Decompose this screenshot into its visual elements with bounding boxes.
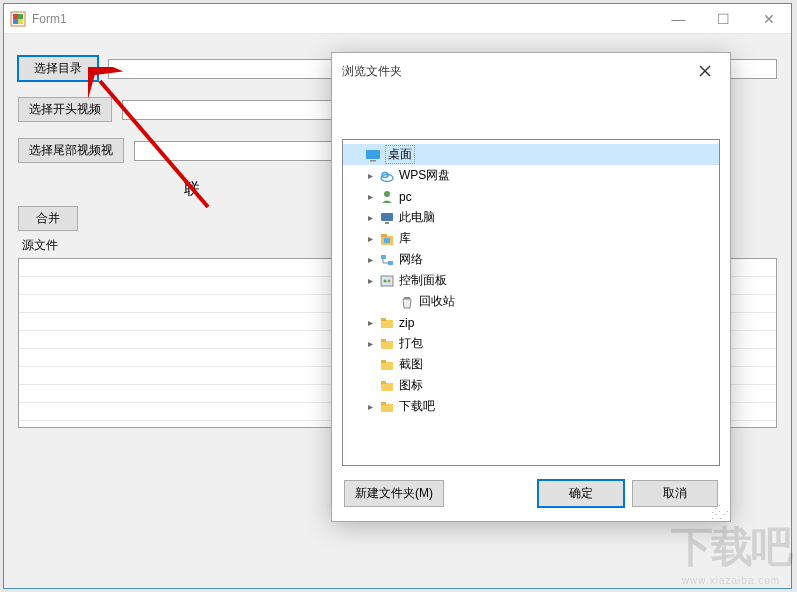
tree-item[interactable]: ▸WPS网盘 <box>343 165 719 186</box>
tree-expander-icon[interactable]: ▸ <box>363 275 377 286</box>
tree-item[interactable]: 桌面 <box>343 144 719 165</box>
head-video-input[interactable] <box>122 100 342 120</box>
svg-rect-18 <box>381 255 386 259</box>
merge-button[interactable]: 合并 <box>18 206 78 231</box>
tree-item[interactable]: 回收站 <box>343 291 719 312</box>
svg-rect-4 <box>18 19 23 24</box>
desktop-icon <box>365 147 381 163</box>
folder-tree[interactable]: 桌面▸WPS网盘▸pc▸此电脑▸库▸网络▸控制面板回收站▸zip▸打包截图图标▸… <box>342 139 720 466</box>
tree-item[interactable]: ▸打包 <box>343 333 719 354</box>
tree-item[interactable]: ▸此电脑 <box>343 207 719 228</box>
cancel-button[interactable]: 取消 <box>632 480 718 507</box>
tree-item-label: 此电脑 <box>399 209 435 226</box>
svg-rect-3 <box>13 19 18 24</box>
tree-expander-icon[interactable]: ▸ <box>363 233 377 244</box>
tree-item-label: 网络 <box>399 251 423 268</box>
svg-rect-34 <box>381 404 393 412</box>
svg-rect-26 <box>381 320 393 328</box>
titlebar: Form1 — ☐ ✕ <box>4 4 791 34</box>
svg-rect-22 <box>381 276 393 286</box>
watermark-text: 下载吧 <box>671 519 791 575</box>
tree-item-label: 桌面 <box>385 145 415 164</box>
tree-item-label: 下载吧 <box>399 398 435 415</box>
svg-rect-31 <box>381 360 386 363</box>
tree-item-label: 打包 <box>399 335 423 352</box>
tree-expander-icon[interactable]: ▸ <box>363 401 377 412</box>
svg-rect-30 <box>381 362 393 370</box>
tree-item-label: 图标 <box>399 377 423 394</box>
svg-rect-28 <box>381 341 393 349</box>
tree-item-label: zip <box>399 316 414 330</box>
tree-item[interactable]: ▸下载吧 <box>343 396 719 417</box>
tree-item[interactable]: ▸网络 <box>343 249 719 270</box>
svg-point-12 <box>384 191 390 197</box>
tree-expander-icon[interactable]: ▸ <box>363 212 377 223</box>
cloud-icon <box>379 168 395 184</box>
browse-folder-dialog: 浏览文件夹 桌面▸WPS网盘▸pc▸此电脑▸库▸网络▸控制面板回收站▸zip▸打… <box>331 52 731 522</box>
tree-item[interactable]: ▸控制面板 <box>343 270 719 291</box>
recycle-icon <box>399 294 415 310</box>
select-tail-video-button[interactable]: 选择尾部视频视 <box>18 138 124 163</box>
select-head-video-button[interactable]: 选择开头视频 <box>18 97 112 122</box>
tail-video-input[interactable] <box>134 141 354 161</box>
tree-item-label: pc <box>399 190 412 204</box>
user-icon <box>379 189 395 205</box>
tree-expander-icon[interactable]: ▸ <box>363 191 377 202</box>
tree-expander-icon[interactable]: ▸ <box>363 254 377 265</box>
folder-icon <box>379 336 395 352</box>
contact-prefix: 联 <box>184 180 200 197</box>
svg-rect-32 <box>381 383 393 391</box>
folder-icon <box>379 315 395 331</box>
resize-grip-icon[interactable]: ⋰⋰⋰ <box>711 506 727 518</box>
svg-rect-29 <box>381 339 386 342</box>
pc-icon <box>379 210 395 226</box>
tree-item[interactable]: 图标 <box>343 375 719 396</box>
svg-rect-16 <box>381 234 387 237</box>
svg-rect-2 <box>18 14 23 19</box>
dialog-prompt <box>332 89 730 139</box>
svg-rect-13 <box>381 213 393 221</box>
tree-item[interactable]: ▸pc <box>343 186 719 207</box>
tree-item-label: 库 <box>399 230 411 247</box>
folder-icon <box>379 399 395 415</box>
svg-rect-1 <box>13 14 18 19</box>
dialog-button-row: 新建文件夹(M) 确定 取消 <box>332 466 730 521</box>
minimize-button[interactable]: — <box>656 4 701 34</box>
svg-rect-17 <box>384 238 390 243</box>
tree-item[interactable]: 截图 <box>343 354 719 375</box>
svg-rect-33 <box>381 381 386 384</box>
svg-rect-9 <box>370 160 376 162</box>
svg-point-23 <box>384 279 387 282</box>
dialog-titlebar: 浏览文件夹 <box>332 53 730 89</box>
svg-point-24 <box>388 279 391 282</box>
maximize-button[interactable]: ☐ <box>701 4 746 34</box>
svg-rect-27 <box>381 318 386 321</box>
svg-rect-35 <box>381 402 386 405</box>
watermark: 下载吧 www.xiazaiba.com <box>671 519 791 586</box>
svg-rect-8 <box>366 150 380 159</box>
watermark-url: www.xiazaiba.com <box>671 575 791 586</box>
tree-expander-icon[interactable]: ▸ <box>363 170 377 181</box>
svg-rect-14 <box>385 222 389 224</box>
close-button[interactable]: ✕ <box>746 4 791 34</box>
tree-item[interactable]: ▸zip <box>343 312 719 333</box>
tree-item-label: 截图 <box>399 356 423 373</box>
folder-icon <box>379 357 395 373</box>
tree-item-label: 控制面板 <box>399 272 447 289</box>
control-icon <box>379 273 395 289</box>
dialog-close-button[interactable] <box>690 56 720 86</box>
new-folder-button[interactable]: 新建文件夹(M) <box>344 480 444 507</box>
network-icon <box>379 252 395 268</box>
ok-button[interactable]: 确定 <box>538 480 624 507</box>
svg-point-10 <box>381 174 393 181</box>
folder-icon <box>379 378 395 394</box>
tree-expander-icon[interactable]: ▸ <box>363 338 377 349</box>
svg-rect-25 <box>404 297 410 299</box>
app-icon <box>10 11 26 27</box>
window-title: Form1 <box>32 12 656 26</box>
tree-expander-icon[interactable]: ▸ <box>363 317 377 328</box>
tree-item-label: 回收站 <box>419 293 455 310</box>
select-directory-button[interactable]: 选择目录 <box>18 56 98 81</box>
tree-item[interactable]: ▸库 <box>343 228 719 249</box>
libraries-icon <box>379 231 395 247</box>
